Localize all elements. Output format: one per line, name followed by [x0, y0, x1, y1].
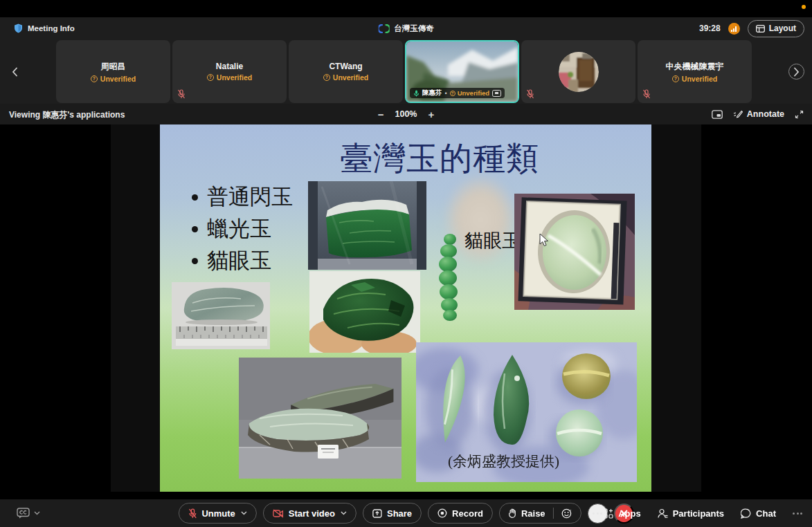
layout-button[interactable]: Layout — [748, 20, 804, 37]
video-off-icon — [273, 509, 284, 518]
share-label: Share — [387, 508, 412, 519]
apps-button[interactable]: Apps — [603, 508, 641, 519]
share-button[interactable]: Share — [363, 503, 422, 524]
zoom-level: 100% — [395, 109, 417, 119]
more-panels-icon[interactable] — [793, 512, 802, 515]
participant-tile-zhongyang[interactable]: 中央機械陳震宇 ?Unverified — [638, 40, 752, 103]
participant-name: 周昭昌 — [101, 61, 126, 73]
photo-hand-holding-rough-jade — [309, 271, 420, 353]
start-video-label: Start video — [289, 508, 335, 519]
meeting-info-label: Meeting Info — [28, 24, 75, 33]
chevron-left-icon — [12, 67, 18, 77]
chat-button[interactable]: Chat — [741, 508, 776, 519]
system-titlebar — [0, 0, 812, 17]
participant-filmstrip: 周昭昌 ?Unverified Natalie ?Unverified CTWa… — [0, 39, 812, 104]
chat-label: Chat — [756, 508, 776, 519]
annotate-button[interactable]: Annotate — [733, 109, 784, 119]
share-screen-icon — [372, 509, 382, 518]
chevron-down-icon — [34, 511, 40, 515]
unverified-icon: ? — [91, 75, 98, 82]
unverified-icon: ? — [672, 75, 679, 82]
bullet-dot — [192, 194, 198, 201]
filmstrip-next-button[interactable] — [788, 64, 804, 80]
webex-logo-icon — [378, 24, 389, 33]
sharing-content-icon — [492, 90, 501, 97]
camera-active-indicator-dot — [802, 5, 806, 9]
viewing-status-text: Viewing 陳惠芬's applications — [9, 109, 125, 121]
meeting-timer: 39:28 — [699, 24, 721, 33]
pen-icon — [733, 110, 743, 119]
meeting-header: Meeting Info 台灣玉傳奇 39:28 Layout — [0, 17, 812, 39]
expand-icon[interactable] — [795, 110, 804, 119]
participants-label: Participants — [673, 508, 724, 519]
participants-button[interactable]: Participants — [658, 508, 724, 519]
chevron-down-icon — [341, 511, 347, 515]
bullet-item: 普通閃玉 — [192, 181, 293, 213]
participant-tile-natalie[interactable]: Natalie ?Unverified — [172, 40, 287, 103]
slide-bullet-list: 普通閃玉 蠟光玉 貓眼玉 — [192, 181, 293, 277]
unmute-label: Unmute — [201, 508, 235, 519]
filmstrip-prev-button[interactable] — [7, 64, 23, 80]
photo-jade-slab-with-ruler — [172, 282, 270, 349]
participant-status: ?Unverified — [207, 73, 252, 82]
participant-name: Natalie — [216, 62, 243, 71]
meeting-window: Meeting Info 台灣玉傳奇 39:28 Layout — [0, 0, 812, 527]
photo-jade-display-case — [308, 181, 426, 270]
reactions-smiley-icon[interactable] — [561, 508, 572, 519]
unverified-icon: ? — [323, 74, 330, 81]
layout-grid-icon — [756, 25, 765, 33]
record-label: Record — [452, 508, 483, 519]
mouse-cursor — [539, 233, 550, 247]
zoom-in-button[interactable]: + — [428, 109, 434, 120]
unmute-button[interactable]: Unmute — [178, 503, 256, 524]
muted-mic-icon — [188, 508, 197, 519]
record-icon — [437, 508, 447, 518]
picture-in-picture-icon[interactable] — [712, 110, 723, 119]
cat-eye-jade-label: 貓眼玉 — [464, 228, 521, 253]
captions-control[interactable] — [17, 499, 40, 527]
connection-quality-icon[interactable] — [728, 23, 740, 35]
participant-tile-chenhuifen-active-speaker[interactable]: 陳惠芬 • ?Unverified — [405, 40, 519, 103]
ellipsis-icon — [593, 512, 602, 515]
participants-icon — [658, 508, 668, 519]
photo-jade-bead-strand — [434, 234, 464, 321]
bullet-item: 蠟光玉 — [192, 213, 293, 245]
muted-mic-icon — [526, 89, 534, 99]
separator-dot: • — [445, 90, 447, 97]
apps-grid-icon — [603, 508, 613, 519]
participant-status: ?Unverified — [450, 89, 489, 97]
chat-bubble-icon — [741, 508, 751, 519]
raise-label: Raise — [521, 508, 545, 519]
raise-hand-reactions-group[interactable]: Raise — [499, 503, 581, 524]
participant-status: ?Unverified — [672, 75, 717, 83]
control-toolbar: Unmute Start video Share Record Raise — [0, 499, 812, 527]
raise-hand-icon — [509, 508, 516, 518]
unverified-icon: ? — [450, 91, 455, 96]
muted-mic-icon — [642, 89, 651, 99]
participant-tile-avatar-only[interactable] — [521, 40, 635, 103]
divider — [553, 508, 554, 519]
muted-mic-icon — [177, 89, 186, 99]
layout-label: Layout — [769, 24, 796, 33]
presentation-slide: 臺灣玉的種類 普通閃玉 蠟光玉 貓眼玉 — [160, 124, 651, 492]
zoom-out-button[interactable]: − — [378, 109, 384, 120]
closed-captions-icon — [17, 508, 30, 519]
bullet-dot — [192, 226, 198, 232]
participant-tile-ctwang[interactable]: CTWang ?Unverified — [289, 40, 403, 103]
participant-name: 中央機械陳震宇 — [666, 61, 724, 73]
mic-on-icon — [413, 89, 419, 98]
photo-cat-eye-cabochon-box — [514, 194, 635, 310]
participant-tile-zhouzhaochang[interactable]: 周昭昌 ?Unverified — [56, 40, 170, 103]
participant-status: ?Unverified — [91, 75, 136, 83]
shield-icon — [14, 24, 23, 33]
photo-credit-text: (余炳盛教授提供) — [448, 452, 559, 471]
record-button[interactable]: Record — [428, 503, 493, 524]
active-speaker-name: 陳惠芬 — [422, 89, 442, 98]
annotate-label: Annotate — [747, 109, 784, 119]
meeting-info-button[interactable]: Meeting Info — [14, 17, 75, 39]
viewing-toolbar: Viewing 陳惠芬's applications − 100% + Anno… — [0, 104, 812, 124]
chevron-down-icon — [241, 511, 247, 515]
photo-museum-jade-boulders — [239, 358, 402, 479]
meeting-title-area: 台灣玉傳奇 — [378, 17, 434, 39]
start-video-button[interactable]: Start video — [263, 503, 357, 524]
